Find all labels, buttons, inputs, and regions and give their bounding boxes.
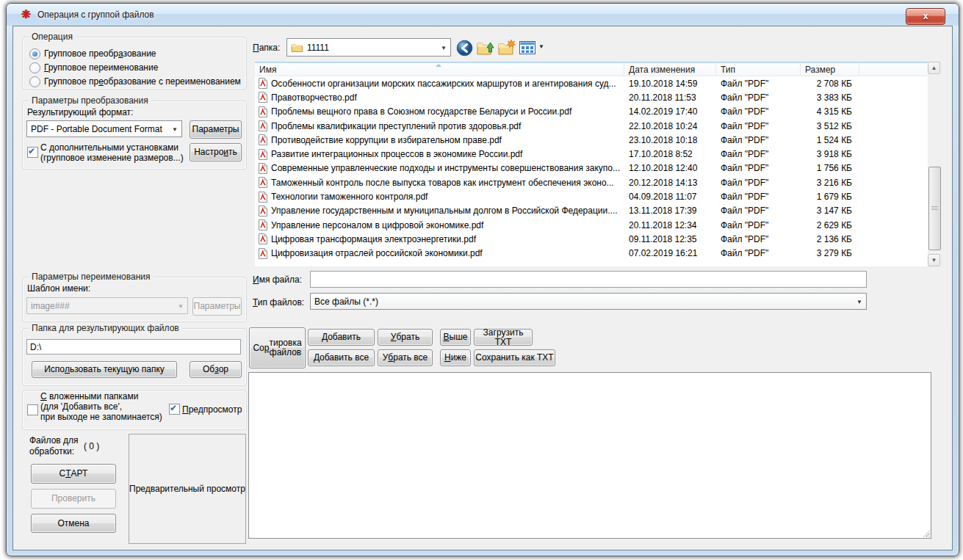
file-list-body: Особенности организации морских пассажир… — [255, 76, 928, 266]
filename-input[interactable] — [310, 271, 867, 288]
file-row[interactable]: Цифровизация отраслей российской экономи… — [255, 247, 928, 261]
file-row[interactable]: Проблемы вещного права в Союзном государ… — [255, 105, 928, 119]
close-button[interactable]: x — [906, 8, 945, 25]
file-date-cell: 20.11.2018 11:53 — [624, 92, 716, 103]
file-row[interactable]: Технологии таможенного контроля.pdf 04.0… — [255, 189, 928, 203]
filetype-combobox[interactable]: Все файлы (*.*) ▼ — [310, 293, 867, 310]
name-template-label: Шаблон имени: — [27, 283, 90, 294]
extra-settings-checkbox[interactable] — [27, 147, 38, 158]
radio-group-conversion-rename[interactable] — [29, 76, 40, 87]
column-header-blank[interactable] — [859, 63, 928, 76]
name-template-value: image### — [31, 301, 70, 311]
pdf-file-icon — [259, 78, 267, 89]
file-row[interactable]: Правотворчество.pdf 20.11.2018 11:53 Фай… — [255, 90, 928, 104]
file-size-cell: 3 279 КБ — [801, 248, 859, 258]
file-name-text: Развитие интеграционных процессов в экон… — [271, 149, 522, 159]
file-date-cell: 12.10.2018 12:40 — [624, 163, 716, 173]
sort-files-button[interactable]: Сортировкафайлов — [249, 327, 306, 368]
file-row[interactable]: Таможенный контроль после выпуска товаро… — [255, 175, 928, 189]
views-button[interactable] — [519, 40, 536, 56]
file-name-text: Проблемы квалификации преступлений проти… — [271, 121, 521, 131]
scrollbar-thumb[interactable] — [928, 167, 941, 250]
resize-grip[interactable] — [920, 528, 930, 537]
move-up-button[interactable]: Выше — [440, 329, 471, 346]
format-params-button[interactable]: Параметры — [190, 120, 242, 139]
radio-group-rename-label: Групповое переименование — [44, 62, 158, 73]
file-size-cell: 3 147 КБ — [801, 206, 859, 216]
file-name-text: Технологии таможенного контроля.pdf — [271, 192, 428, 202]
output-path-input[interactable] — [26, 339, 241, 354]
pdf-file-icon — [259, 92, 267, 103]
operation-group-title: Операция — [29, 32, 76, 42]
file-name-cell: Проблемы вещного права в Союзном государ… — [255, 106, 624, 117]
file-name-cell: Цифровая трансформация электроэнергетики… — [255, 233, 624, 244]
remove-button[interactable]: Убрать — [378, 329, 433, 346]
selected-files-listbox[interactable] — [248, 372, 931, 539]
column-header-type[interactable]: Тип — [716, 63, 801, 76]
scroll-down-button[interactable]: ▼ — [928, 254, 940, 266]
column-header-size[interactable]: Размер — [801, 63, 859, 76]
file-row[interactable]: Современные управленческие подходы и инс… — [255, 161, 928, 175]
preview-checkbox-label: Предпросмотр — [182, 404, 242, 415]
file-size-cell: 4 315 КБ — [801, 106, 859, 117]
file-name-text: Особенности организации морских пассажир… — [271, 79, 616, 89]
radio-group-conversion[interactable] — [29, 48, 40, 59]
files-count-value: ( 0 ) — [84, 441, 99, 451]
result-format-combobox[interactable]: PDF - Portable Document Format ▼ — [26, 120, 182, 137]
filetype-value: Все файлы (*.*) — [314, 297, 378, 307]
folder-combobox[interactable]: 11111 ▼ — [286, 38, 451, 57]
file-row[interactable]: Развитие интеграционных процессов в экон… — [255, 147, 928, 161]
file-row[interactable]: Противодействие коррупции в избирательно… — [255, 133, 928, 147]
views-caret-icon[interactable]: ▼ — [538, 43, 544, 50]
file-name-text: Современные управленческие подходы и инс… — [271, 163, 620, 173]
chevron-down-icon: ▼ — [178, 302, 184, 309]
start-button[interactable]: СТАРТ — [31, 464, 116, 484]
output-folder-group-title: Папка для результирующих файлов — [29, 323, 182, 333]
load-txt-button[interactable]: Загрузить TXT — [474, 329, 533, 346]
folder-up-button[interactable] — [476, 39, 495, 57]
file-row[interactable]: Цифровая трансформация электроэнергетики… — [255, 232, 928, 246]
name-template-combobox: image### ▼ — [26, 297, 188, 314]
folder-icon — [291, 43, 303, 53]
browse-button[interactable]: Обзор — [190, 361, 242, 378]
file-name-text: Противодействие коррупции в избирательно… — [271, 135, 502, 145]
folder-label: Папка: — [253, 43, 280, 53]
remove-all-button[interactable]: Убрать все — [378, 349, 433, 366]
chevron-down-icon[interactable]: ▼ — [441, 44, 447, 51]
add-all-button[interactable]: Добавить все — [308, 349, 375, 366]
file-name-cell: Цифровизация отраслей российской экономи… — [255, 248, 624, 259]
save-txt-button[interactable]: Сохранить как TXT — [474, 349, 555, 366]
file-type-cell: Файл "PDF" — [716, 220, 801, 230]
radio-group-rename[interactable] — [29, 62, 40, 73]
file-row[interactable]: Проблемы квалификации преступлений проти… — [255, 119, 928, 133]
use-current-folder-button[interactable]: Использовать текущую папку — [32, 361, 177, 378]
file-list-scrollbar[interactable]: ▲ ▼ — [928, 62, 940, 266]
file-name-cell: Управление государственным и муниципальн… — [255, 206, 624, 217]
scroll-up-button[interactable]: ▲ — [928, 62, 940, 74]
file-row[interactable]: Управление персоналом в цифровой экономи… — [255, 218, 928, 232]
column-header-date[interactable]: Дата изменения — [624, 63, 716, 76]
file-date-cell: 04.09.2018 11:07 — [624, 192, 716, 202]
pdf-file-icon — [259, 106, 267, 117]
chevron-down-icon[interactable]: ▼ — [172, 126, 178, 132]
cancel-button[interactable]: Отмена — [31, 514, 116, 533]
file-row[interactable]: Управление государственным и муниципальн… — [255, 204, 928, 218]
preview-panel-label: Предварительный просмотр — [129, 484, 245, 494]
file-date-cell: 20.12.2018 14:13 — [624, 178, 716, 188]
file-size-cell: 3 512 КБ — [801, 121, 859, 131]
file-size-cell: 3 383 КБ — [801, 92, 859, 103]
back-button[interactable] — [456, 40, 473, 57]
file-type-cell: Файл "PDF" — [716, 121, 801, 131]
configure-button[interactable]: Настроить — [190, 143, 242, 161]
include-subfolders-checkbox[interactable] — [27, 404, 38, 415]
file-date-cell: 14.02.2019 17:40 — [624, 106, 716, 117]
new-folder-button[interactable] — [497, 39, 516, 57]
file-row[interactable]: Особенности организации морских пассажир… — [255, 76, 928, 90]
preview-checkbox[interactable] — [169, 404, 180, 415]
chevron-down-icon[interactable]: ▼ — [856, 298, 862, 305]
file-name-cell: Управление персоналом в цифровой экономи… — [255, 219, 624, 230]
add-button[interactable]: Добавить — [308, 329, 375, 346]
move-down-button[interactable]: Ниже — [440, 349, 471, 366]
file-type-cell: Файл "PDF" — [716, 192, 801, 202]
rename-group-title: Параметры переименования — [29, 272, 154, 282]
